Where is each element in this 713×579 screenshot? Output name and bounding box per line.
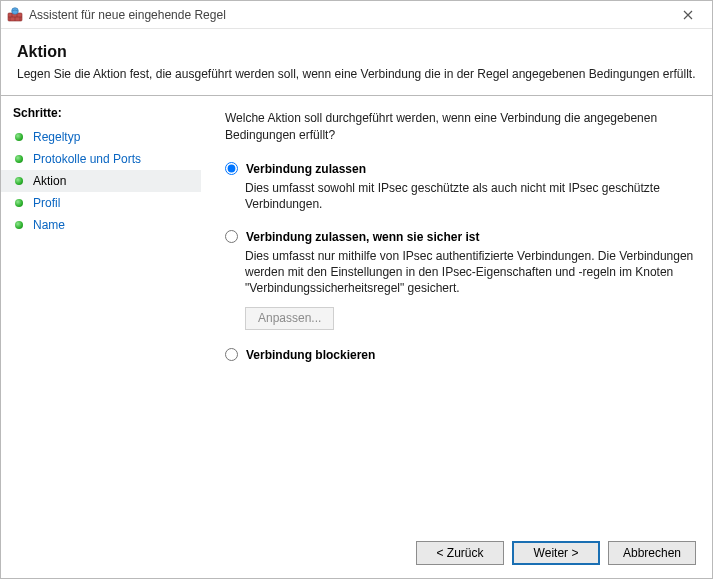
sidebar-item-label[interactable]: Profil bbox=[33, 196, 60, 210]
step-bullet-icon bbox=[15, 221, 23, 229]
option-allow-secure: Verbindung zulassen, wenn sie sicher ist… bbox=[225, 230, 694, 330]
radio-allow[interactable] bbox=[225, 162, 238, 175]
close-button[interactable] bbox=[668, 3, 708, 27]
back-button[interactable]: < Zurück bbox=[416, 541, 504, 565]
customize-row: Anpassen... bbox=[245, 307, 694, 330]
question-text: Welche Aktion soll durchgeführt werden, … bbox=[225, 110, 694, 144]
sidebar-item-label[interactable]: Protokolle und Ports bbox=[33, 152, 141, 166]
sidebar-item-protokolle-und-ports[interactable]: Protokolle und Ports bbox=[1, 148, 201, 170]
option-allow-row[interactable]: Verbindung zulassen bbox=[225, 162, 694, 176]
sidebar-item-regeltyp[interactable]: Regeltyp bbox=[1, 126, 201, 148]
option-allow: Verbindung zulassen Dies umfasst sowohl … bbox=[225, 162, 694, 212]
sidebar-item-label[interactable]: Name bbox=[33, 218, 65, 232]
option-allow-desc: Dies umfasst sowohl mit IPsec geschützte… bbox=[245, 180, 694, 212]
step-bullet-icon bbox=[15, 155, 23, 163]
sidebar-item-aktion[interactable]: Aktion bbox=[1, 170, 201, 192]
option-block-title: Verbindung blockieren bbox=[246, 348, 375, 362]
wizard-header: Aktion Legen Sie die Aktion fest, die au… bbox=[1, 29, 712, 91]
option-block: Verbindung blockieren bbox=[225, 348, 694, 362]
customize-button: Anpassen... bbox=[245, 307, 334, 330]
window-title: Assistent für neue eingehende Regel bbox=[29, 8, 668, 22]
option-allow-secure-row[interactable]: Verbindung zulassen, wenn sie sicher ist bbox=[225, 230, 694, 244]
sidebar-item-name[interactable]: Name bbox=[1, 214, 201, 236]
steps-list: Regeltyp Protokolle und Ports Aktion Pro… bbox=[1, 126, 201, 236]
radio-allow-secure[interactable] bbox=[225, 230, 238, 243]
wizard-footer: < Zurück Weiter > Abbrechen bbox=[1, 528, 712, 578]
steps-sidebar: Schritte: Regeltyp Protokolle und Ports … bbox=[1, 96, 201, 528]
main-content: Welche Aktion soll durchgeführt werden, … bbox=[201, 96, 712, 528]
svg-point-7 bbox=[12, 7, 19, 14]
option-allow-secure-title: Verbindung zulassen, wenn sie sicher ist bbox=[246, 230, 479, 244]
titlebar: Assistent für neue eingehende Regel bbox=[1, 1, 712, 29]
option-allow-title: Verbindung zulassen bbox=[246, 162, 366, 176]
step-bullet-icon bbox=[15, 177, 23, 185]
radio-block[interactable] bbox=[225, 348, 238, 361]
step-bullet-icon bbox=[15, 199, 23, 207]
steps-label: Schritte: bbox=[1, 102, 201, 126]
cancel-button[interactable]: Abbrechen bbox=[608, 541, 696, 565]
option-allow-secure-desc: Dies umfasst nur mithilfe von IPsec auth… bbox=[245, 248, 694, 297]
wizard-window: Assistent für neue eingehende Regel Akti… bbox=[0, 0, 713, 579]
sidebar-item-profil[interactable]: Profil bbox=[1, 192, 201, 214]
wizard-body: Schritte: Regeltyp Protokolle und Ports … bbox=[1, 96, 712, 528]
page-subtitle: Legen Sie die Aktion fest, die ausgeführ… bbox=[17, 67, 696, 81]
sidebar-item-label[interactable]: Aktion bbox=[33, 174, 66, 188]
option-block-row[interactable]: Verbindung blockieren bbox=[225, 348, 694, 362]
step-bullet-icon bbox=[15, 133, 23, 141]
firewall-icon bbox=[7, 7, 23, 23]
page-title: Aktion bbox=[17, 43, 696, 61]
sidebar-item-label[interactable]: Regeltyp bbox=[33, 130, 80, 144]
next-button[interactable]: Weiter > bbox=[512, 541, 600, 565]
